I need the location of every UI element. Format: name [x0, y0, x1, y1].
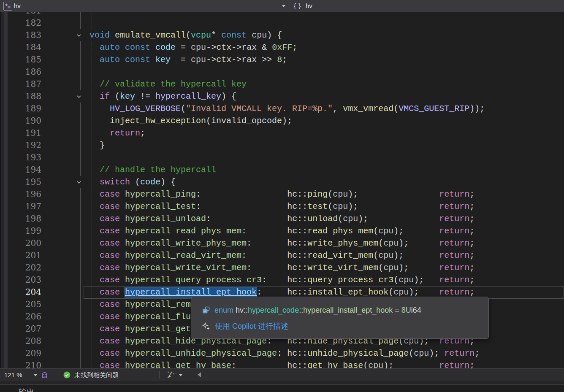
code-line-186: 186	[0, 66, 564, 78]
code-line-202: 202 case hypercall_write_virt_mem: hc::w…	[0, 262, 564, 274]
code-text: case hypercall_write_virt_mem: hc::write…	[89, 262, 475, 274]
code-text: case hypercall_write_phys_mem: hc::write…	[89, 237, 475, 249]
code-line-181: 181	[0, 12, 564, 17]
code-line-190: 190 inject_hw_exception(invalid_opcode);	[0, 115, 564, 127]
line-number: 191	[0, 127, 41, 139]
code-line-201: 201 case hypercall_read_virt_mem: hc::re…	[0, 249, 564, 262]
code-text: case hypercall_flu	[89, 311, 191, 323]
output-panel-title[interactable]: 输出	[19, 387, 35, 392]
chevron-down-icon[interactable]	[179, 374, 182, 376]
code-line-194: 194 // handle the hypercall	[0, 164, 564, 176]
line-number: 182	[0, 17, 41, 29]
line-number: 200	[0, 237, 41, 249]
code-text: // handle the hypercall	[89, 164, 216, 176]
code-text: HV_LOG_VERBOSE("Invalid VMCALL key. RIP=…	[89, 103, 485, 115]
code-text: if (key != hypercall_key) {	[89, 90, 236, 103]
line-number: 181	[0, 12, 41, 17]
code-text: case hypercall_query_process_cr3: hc::qu…	[89, 274, 475, 286]
code-text: case hypercall_get	[89, 323, 191, 335]
output-panel: 输出	[0, 385, 564, 392]
fold-chevron-icon[interactable]	[74, 176, 84, 188]
code-line-196: 196 case hypercall_ping: hc::ping(cpu); …	[0, 188, 564, 200]
line-number: 185	[0, 54, 41, 66]
scope-dropdown[interactable]: hv	[306, 0, 312, 12]
code-text: auto const code = cpu->ctx->rax & 0xFF;	[89, 41, 297, 54]
line-number: 192	[0, 139, 41, 151]
line-number: 204	[0, 286, 41, 298]
line-number: 190	[0, 115, 41, 127]
code-line-209: 209 case hypercall_unhide_physical_page:…	[0, 347, 564, 360]
line-number: 210	[0, 360, 41, 368]
line-number: 198	[0, 213, 41, 225]
chevron-down-icon[interactable]	[34, 374, 37, 376]
line-number: 189	[0, 103, 41, 115]
line-number: 202	[0, 262, 41, 274]
code-line-184: 184 auto const code = cpu->ctx->rax & 0x…	[0, 41, 564, 54]
code-text: case hypercall_read_virt_mem: hc::read_v…	[89, 249, 475, 262]
code-text: void emulate_vmcall(vcpu* const cpu) {	[89, 29, 282, 41]
vs-editor-window: hv { } hv 181182183void emulate_vmcall(v…	[0, 0, 564, 392]
line-number: 187	[0, 78, 41, 90]
line-number: 194	[0, 164, 41, 176]
code-text: auto const key = cpu->ctx->rax >> 8;	[89, 54, 287, 66]
code-text: case hypercall_ping: hc::ping(cpu); retu…	[89, 188, 475, 200]
scrollbar-left-arrow-icon[interactable]	[198, 372, 201, 377]
code-text: inject_hw_exception(invalid_opcode);	[89, 115, 292, 127]
line-number: 209	[0, 347, 41, 360]
code-line-192: 192 }	[0, 139, 564, 151]
braces-scope-icon: { }	[294, 0, 301, 12]
health-check-icon[interactable]	[63, 371, 70, 378]
line-number: 199	[0, 225, 41, 237]
code-line-183: 183void emulate_vmcall(vcpu* const cpu) …	[0, 29, 564, 41]
code-line-182: 182	[0, 17, 564, 29]
statusbar-divider	[160, 371, 160, 378]
code-line-203: 203 case hypercall_query_process_cr3: hc…	[0, 274, 564, 286]
line-number: 203	[0, 274, 41, 286]
code-line-198: 198 case hypercall_unload: hc::unload(cp…	[0, 213, 564, 225]
line-number: 195	[0, 176, 41, 188]
code-line-197: 197 case hypercall_test: hc::test(cpu); …	[0, 200, 564, 213]
code-line-185: 185 auto const key = cpu->ctx->rax >> 8;	[0, 54, 564, 66]
code-cleanup-broom-icon[interactable]	[165, 370, 175, 380]
document-health-text: 未找到相关问题	[74, 369, 119, 381]
quick-info-tooltip: enum hv::hypercall_code::hypercall_insta…	[191, 297, 489, 339]
line-number: 193	[0, 151, 41, 164]
code-text: case hypercall_get_hv_base: hc::get_hv_b…	[89, 360, 475, 368]
copilot-sparkle-icon	[202, 322, 210, 330]
line-number: 183	[0, 29, 41, 41]
code-line-193: 193	[0, 151, 564, 164]
editor-status-bar: 121 % 未找到相关问题	[0, 368, 564, 381]
line-number: 208	[0, 335, 41, 347]
code-text: // validate the hypercall key	[89, 78, 247, 90]
line-number: 205	[0, 298, 41, 311]
fold-chevron-icon[interactable]	[74, 90, 84, 103]
zoom-level-control[interactable]: 121 %	[4, 369, 22, 381]
line-number: 201	[0, 249, 41, 262]
copilot-describe-link[interactable]: 使用 Copilot 进行描述	[215, 321, 288, 331]
line-number: 206	[0, 311, 41, 323]
code-line-187: 187 // validate the hypercall key	[0, 78, 564, 90]
line-number: 184	[0, 41, 41, 54]
extension-ghost-icon[interactable]	[41, 371, 49, 379]
code-line-199: 199 case hypercall_read_phys_mem: hc::re…	[0, 225, 564, 237]
line-number: 196	[0, 188, 41, 200]
project-dropdown[interactable]: hv	[14, 0, 21, 12]
line-number: 207	[0, 323, 41, 335]
code-line-195: 195 switch (code) {	[0, 176, 564, 188]
code-text: case hypercall_unhide_physical_page: hc:…	[89, 347, 480, 360]
symbol-signature: enum hv::hypercall_code::hypercall_insta…	[214, 306, 421, 315]
code-text: case hypercall_unload: hc::unload(cpu); …	[89, 213, 475, 225]
enum-icon	[202, 306, 210, 314]
code-text: case hypercall_test: hc::test(cpu); retu…	[89, 200, 475, 213]
line-number: 197	[0, 200, 41, 213]
code-line-200: 200 case hypercall_write_phys_mem: hc::w…	[0, 237, 564, 249]
line-number: 188	[0, 90, 41, 103]
code-line-189: 189 HV_LOG_VERBOSE("Invalid VMCALL key. …	[0, 103, 564, 115]
navbar-divider	[289, 0, 289, 12]
code-text: case hypercall_rem	[89, 298, 191, 311]
code-text: case hypercall_read_phys_mem: hc::read_p…	[89, 225, 475, 237]
code-text: return;	[89, 127, 145, 139]
fold-chevron-icon[interactable]	[74, 29, 84, 41]
chevron-down-icon[interactable]	[282, 5, 285, 7]
navigation-bar: hv { } hv	[0, 0, 564, 12]
